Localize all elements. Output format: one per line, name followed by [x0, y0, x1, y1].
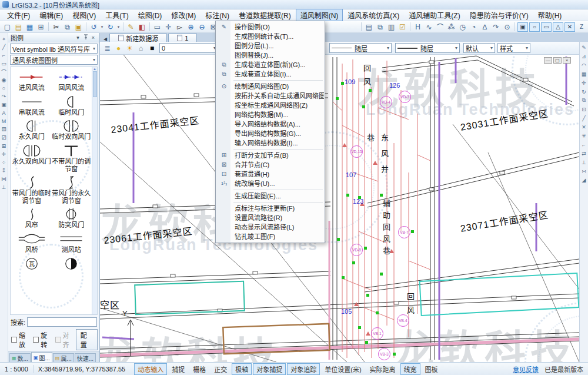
menu-item-legend-replace[interactable]: 图例替换(J)...: [216, 51, 324, 60]
measure-time-icon[interactable]: ◷: [457, 22, 468, 32]
drawing-canvas[interactable]: 龙软科技 LongRuan Technologies 龙软科技 LongRuan…: [100, 55, 579, 362]
trim-icon[interactable]: ⌐: [580, 140, 588, 149]
circle-tool-icon[interactable]: ◉: [0, 76, 8, 84]
layer-freeze-sun-icon[interactable]: ☀: [124, 43, 135, 53]
menu-item-network-by-coordinates[interactable]: 按坐标生成通风网络图(Z): [216, 101, 324, 110]
measure-angle-icon[interactable]: ∆: [479, 22, 490, 32]
menu-vent-drawing[interactable]: 通风制图(N): [296, 9, 343, 21]
lineweight-toggle[interactable]: 线宽: [400, 363, 420, 375]
node-edit-icon[interactable]: ⊞: [0, 142, 8, 150]
measure-gauge-icon[interactable]: ◔: [468, 22, 479, 32]
legend-item[interactable]: 串联风流: [12, 95, 52, 117]
menu-item-borehole-completion-map[interactable]: 钻孔竣工图(F): [216, 232, 324, 241]
snap-midpoint-icon[interactable]: ▭: [541, 22, 552, 32]
branch-join-icon[interactable]: ⋈: [0, 175, 8, 183]
snap-center-icon[interactable]: ○: [529, 22, 540, 32]
layer-color-icon[interactable]: ■: [146, 43, 158, 53]
measure-distance-icon[interactable]: H: [412, 22, 423, 32]
menu-item-dynamic-airflow-path[interactable]: 动态显示风流路径(L): [216, 223, 324, 232]
scrollbar-thumb[interactable]: [93, 71, 97, 97]
pan-icon[interactable]: ✛: [163, 22, 174, 32]
move-icon[interactable]: ✛: [580, 78, 588, 87]
linetype-bylayer-combo[interactable]: 随层 ▾: [395, 43, 460, 53]
menu-item-break-branch-add-node[interactable]: ⊞打断分支加节点(B): [216, 151, 324, 160]
menu-item-set-airflow-path[interactable]: 设置风流路径(R): [216, 213, 324, 223]
polyline-tool-icon[interactable]: ⌐: [0, 51, 8, 59]
zoom-window-icon[interactable]: ▭: [152, 22, 163, 32]
legend-item[interactable]: 风帘: [12, 207, 52, 229]
undo-caret-icon[interactable]: ▾: [99, 22, 105, 32]
image-tool-icon[interactable]: ▣: [0, 101, 8, 109]
menu-annotate[interactable]: 标注(N): [201, 9, 234, 21]
tab-properties[interactable]: ▤属...: [53, 353, 74, 362]
branch-split-icon[interactable]: ⊥: [0, 183, 8, 191]
child-close-icon[interactable]: ×: [563, 57, 571, 64]
menu-item-merge-nodes[interactable]: ⊠合并节点(C): [216, 160, 324, 170]
menu-item-legend-statistics[interactable]: 生成图例统计表(T)...: [216, 32, 324, 41]
save-icon[interactable]: ▦: [24, 22, 35, 32]
measure-curve-icon[interactable]: ⌒: [435, 22, 446, 32]
legend-scrollbar[interactable]: ▲: [92, 67, 97, 314]
menu-item-network-structure-data[interactable]: 网络结构数据(M)...: [216, 110, 324, 120]
new-icon[interactable]: ▢: [2, 22, 13, 32]
menu-modify[interactable]: 修改(M): [166, 9, 201, 21]
color-bylayer-combo[interactable]: 随层 ▾: [329, 43, 392, 53]
layer-list-icon[interactable]: ▤: [363, 22, 375, 32]
object-snap-toggle[interactable]: 对象捕捉: [253, 363, 286, 375]
snap-endpoint-icon[interactable]: △: [553, 22, 563, 32]
polar-toggle[interactable]: 极轴: [232, 363, 252, 375]
config-button[interactable]: 配置: [76, 329, 98, 350]
legend-item[interactable]: 进风风流: [12, 70, 52, 92]
node-pair-icon[interactable]: ⁑: [0, 167, 8, 175]
legend-item[interactable]: 防突风门: [52, 207, 92, 229]
divide-icon[interactable]: ∺: [580, 167, 588, 175]
unit-settings-toggle[interactable]: 单位设置(米): [321, 363, 365, 375]
menu-item-legend-layering[interactable]: 图例分层(L)...: [216, 41, 324, 51]
menu-help[interactable]: 帮助(H): [533, 9, 567, 21]
corner-icon[interactable]: ◢: [580, 175, 588, 184]
panel-menu-icon[interactable]: ▾: [74, 35, 82, 41]
measure-radius-icon[interactable]: ⊙: [502, 22, 513, 32]
match-properties-icon[interactable]: ✎: [125, 22, 136, 32]
menu-item-auto-network-by-topology[interactable]: 按拓扑关系自动生成通风网络图(K)...: [216, 91, 324, 101]
scale-checkbox[interactable]: [11, 337, 17, 343]
text-tool-icon[interactable]: A: [0, 109, 8, 117]
menu-item-export-network-data[interactable]: 导出网络结构数据(G)...: [216, 129, 324, 138]
menu-tunnel-data[interactable]: 巷道数据提取(R): [234, 9, 296, 21]
rotate-checkbox[interactable]: [33, 337, 39, 343]
feedback-link[interactable]: 意见反馈: [513, 364, 539, 374]
rectangle-tool-icon[interactable]: ▭: [0, 59, 8, 68]
node-add-icon[interactable]: ✛: [0, 150, 8, 158]
tab-legend[interactable]: ▣图...: [31, 352, 52, 362]
tab-new-datasource[interactable]: 新建数据源: [109, 34, 167, 42]
menu-item-point-annotation-update[interactable]: 点标注与标注更新(F): [216, 204, 324, 213]
redo-icon[interactable]: ↻: [105, 22, 116, 32]
menu-edit[interactable]: 编辑(E): [35, 9, 68, 21]
menu-item-renumber[interactable]: 1²₃统改编号(U)...: [216, 179, 324, 188]
plot-icon[interactable]: ⊞: [35, 22, 46, 32]
ortho-toggle[interactable]: 正交: [211, 363, 230, 375]
menu-draw[interactable]: 绘图(D): [133, 9, 167, 21]
menu-item-input-network-data[interactable]: 输入网络结构数据(I)...: [216, 138, 324, 148]
snap-toggle[interactable]: 捕捉: [168, 363, 188, 375]
menu-vent-aux-tools[interactable]: 通风辅助工具(Z): [404, 9, 465, 21]
legend-category-select[interactable]: 通风系统图图例 ▾: [10, 55, 98, 65]
layer-check-icon[interactable]: ☑: [397, 22, 408, 32]
lineweight-combo[interactable]: 默认 ▾: [463, 43, 495, 53]
pattern-tool-icon[interactable]: ⚂: [0, 134, 8, 142]
fill-icon[interactable]: ◧: [136, 22, 148, 32]
spline-tool-icon[interactable]: ↷: [0, 92, 8, 101]
undo-icon[interactable]: ↺: [88, 22, 99, 32]
hatch-tool-icon[interactable]: ⚄: [0, 125, 8, 134]
tab-data-source[interactable]: ▦数...: [9, 353, 31, 362]
copy-object-icon[interactable]: ⧉: [580, 96, 588, 105]
tab-quick[interactable]: 快速...: [75, 353, 96, 362]
zoom-in-icon[interactable]: ⊕: [185, 22, 196, 32]
open-icon[interactable]: ▤: [13, 22, 24, 32]
sketch-pencil-icon[interactable]: ✎: [580, 43, 588, 52]
menu-item-3d-tunnel[interactable]: ⧉生成巷道立体图(I)...: [216, 69, 324, 79]
panel-pin-icon[interactable]: [82, 34, 89, 41]
actual-distance-toggle[interactable]: 实际距离: [366, 363, 399, 375]
select-icon[interactable]: ▻: [174, 22, 185, 32]
extend-icon[interactable]: ╱: [580, 114, 588, 122]
